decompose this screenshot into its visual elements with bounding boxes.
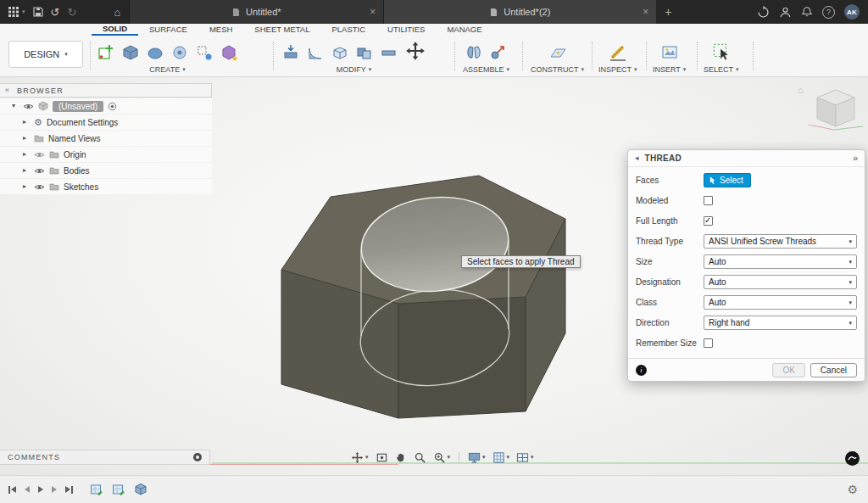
thread-dialog-header[interactable]: ◂ THREAD » xyxy=(628,150,865,167)
timeline-sketch-feature[interactable] xyxy=(90,483,103,496)
combine-icon[interactable] xyxy=(355,43,374,62)
close-tab-icon[interactable]: × xyxy=(370,7,376,17)
thread-type-select[interactable]: ANSI Unified Screw Threads xyxy=(704,234,857,249)
expander-icon[interactable]: ▸ xyxy=(23,183,30,190)
create-pattern-icon[interactable] xyxy=(195,43,214,62)
activate-radio-icon[interactable] xyxy=(108,102,117,111)
job-status-icon[interactable] xyxy=(757,6,770,19)
tab-sheet-metal[interactable]: SHEET METAL xyxy=(243,24,320,36)
tab-solid[interactable]: SOLID xyxy=(92,24,138,36)
ok-button[interactable]: OK xyxy=(772,363,804,377)
comments-panel-bar[interactable]: COMMENTS xyxy=(0,450,210,465)
design-workspace-dropdown[interactable]: DESIGN xyxy=(8,41,83,68)
insert-canvas-icon[interactable] xyxy=(660,43,679,62)
app-menu-caret-icon[interactable]: ▾ xyxy=(22,8,25,15)
expander-icon[interactable]: ▸ xyxy=(23,167,30,174)
timeline-settings-gear-icon[interactable]: ⚙ xyxy=(847,483,868,495)
create-coil-icon[interactable] xyxy=(220,43,238,62)
collapse-browser-icon[interactable]: « xyxy=(5,87,9,94)
new-tab-button[interactable]: + xyxy=(656,5,680,19)
notifications-bell-icon[interactable] xyxy=(801,6,813,18)
construct-dropdown[interactable]: CONSTRUCT xyxy=(531,65,584,74)
timeline-extrude-feature[interactable] xyxy=(134,483,147,496)
skip-to-start-button[interactable] xyxy=(8,486,16,494)
collapse-dialog-icon[interactable]: ◂ xyxy=(635,154,639,162)
browser-item-bodies[interactable]: ▸ Bodies xyxy=(0,163,212,178)
tab-utilities[interactable]: UTILITIES xyxy=(376,24,436,36)
model-canvas[interactable]: ⌂ « BROWSER ▾ (Unsaved xyxy=(0,77,868,475)
pan-hand-tool[interactable] xyxy=(395,451,407,463)
move-copy-icon[interactable] xyxy=(404,40,426,62)
undo-icon[interactable]: ↺ xyxy=(51,7,60,18)
remember-size-checkbox[interactable] xyxy=(704,338,713,348)
create-sketch-icon[interactable] xyxy=(97,43,115,62)
tab-manage[interactable]: MANAGE xyxy=(436,24,492,36)
create-form-icon[interactable] xyxy=(146,43,164,62)
assemble-dropdown[interactable]: ASSEMBLE xyxy=(463,65,509,74)
viewports[interactable]: ▾ xyxy=(516,451,534,464)
inspect-dropdown[interactable]: INSPECT xyxy=(598,65,637,74)
look-at-tool[interactable] xyxy=(376,451,388,464)
select-faces-button[interactable]: Select xyxy=(704,173,751,187)
timeline-sketch-feature[interactable] xyxy=(112,483,125,496)
viewcube[interactable] xyxy=(804,77,866,140)
expander-icon[interactable]: ▸ xyxy=(23,151,30,158)
display-settings[interactable]: ▾ xyxy=(468,451,486,464)
tab-surface[interactable]: SURFACE xyxy=(138,24,198,36)
tab-mesh[interactable]: MESH xyxy=(198,24,243,36)
skip-to-end-button[interactable] xyxy=(65,486,73,494)
visibility-eye-icon[interactable] xyxy=(34,151,45,159)
expander-icon[interactable]: ▸ xyxy=(23,119,30,126)
viewcube-home-icon[interactable]: ⌂ xyxy=(798,85,804,95)
create-dropdown[interactable]: CREATE xyxy=(149,65,185,74)
comments-indicator-icon[interactable] xyxy=(193,453,202,461)
info-icon[interactable]: i xyxy=(636,365,647,376)
redo-icon[interactable]: ↻ xyxy=(67,7,76,18)
app-grid-icon[interactable] xyxy=(8,7,19,17)
zoom-tool[interactable] xyxy=(414,451,426,464)
new-component-icon[interactable] xyxy=(465,43,483,62)
fillet-icon[interactable] xyxy=(306,43,325,62)
step-back-button[interactable] xyxy=(25,486,30,493)
save-icon[interactable] xyxy=(33,7,43,17)
browser-item-document-settings[interactable]: ▸ ⚙ Document Settings xyxy=(0,115,212,130)
root-component-name[interactable]: (Unsaved) xyxy=(53,101,103,112)
create-box-icon[interactable] xyxy=(121,43,140,62)
browser-root-row[interactable]: ▾ (Unsaved) xyxy=(0,98,212,114)
expander-icon[interactable]: ▸ xyxy=(23,135,30,142)
dock-dialog-icon[interactable]: » xyxy=(853,154,858,163)
size-select[interactable]: Auto xyxy=(704,254,857,269)
visibility-eye-icon[interactable] xyxy=(23,103,34,110)
browser-item-sketches[interactable]: ▸ Sketches xyxy=(0,179,212,194)
create-revolve-icon[interactable] xyxy=(170,43,189,62)
class-select[interactable]: Auto xyxy=(704,295,857,310)
play-button[interactable] xyxy=(38,486,43,493)
designation-select[interactable]: Auto xyxy=(704,275,857,289)
profile-icon[interactable] xyxy=(779,6,792,19)
document-tab-untitled-2[interactable]: Untitled*(2) × xyxy=(383,0,656,24)
insert-dropdown[interactable]: INSERT xyxy=(653,65,686,74)
step-forward-button[interactable] xyxy=(52,486,57,493)
full-length-checkbox[interactable] xyxy=(704,216,713,226)
help-icon[interactable]: ? xyxy=(822,6,835,19)
shell-icon[interactable] xyxy=(331,43,349,62)
press-pull-icon[interactable] xyxy=(281,43,300,62)
pan-tool[interactable]: ▾ xyxy=(351,451,369,464)
zoom-window-tool[interactable]: ▾ xyxy=(433,451,451,464)
construction-plane-icon[interactable] xyxy=(548,43,568,62)
modeled-checkbox[interactable] xyxy=(704,196,713,205)
modify-dropdown[interactable]: MODIFY xyxy=(337,65,372,74)
visibility-eye-icon[interactable] xyxy=(34,183,45,191)
joint-icon[interactable] xyxy=(489,43,508,62)
user-avatar[interactable]: AK xyxy=(844,4,860,20)
direction-select[interactable]: Right hand xyxy=(704,316,857,330)
browser-item-named-views[interactable]: ▸ Named Views xyxy=(0,131,212,146)
nut-face-front[interactable] xyxy=(398,297,526,418)
measure-icon[interactable] xyxy=(609,43,627,62)
browser-item-origin[interactable]: ▸ Origin xyxy=(0,147,212,162)
visibility-eye-icon[interactable] xyxy=(34,167,45,175)
file-home-icon[interactable]: ⌂ xyxy=(105,6,129,19)
close-tab-icon[interactable]: × xyxy=(643,7,648,17)
expander-icon[interactable]: ▾ xyxy=(12,103,19,109)
cancel-button[interactable]: Cancel xyxy=(810,363,857,377)
